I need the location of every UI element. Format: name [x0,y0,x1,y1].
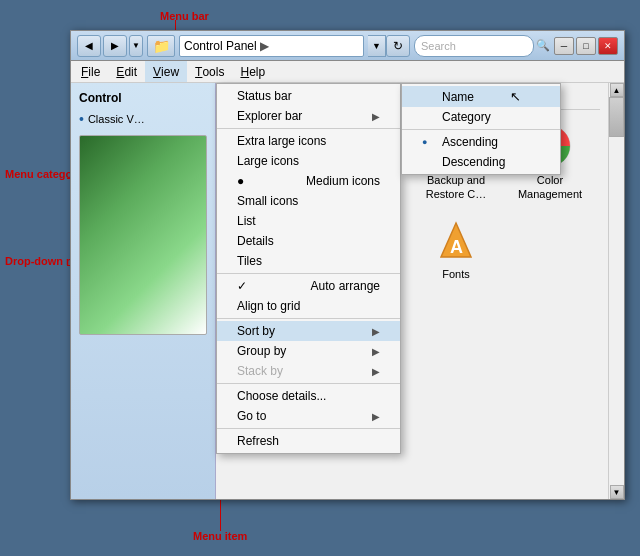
explorer-window: ◀ ▶ ▼ 📁 Control Panel ▶ ▼ ↻ Search 🔍 ─ □… [70,30,625,500]
sidebar-classic-view[interactable]: • Classic V… [79,109,207,129]
scroll-down-button[interactable]: ▼ [610,485,624,499]
minimize-button[interactable]: ─ [554,37,574,55]
menu-stack-by[interactable]: Stack by▶ [217,361,400,381]
menu-auto-arrange[interactable]: ✓ Auto arrange [217,276,400,296]
medium-icons-dot: ● [237,174,251,188]
sort-by-name[interactable]: Name ↖ [402,86,560,107]
sidebar-title: Control [79,91,207,105]
color-label: ColorManagement [518,173,582,202]
backup-label: Backup andRestore C… [426,173,487,202]
menu-refresh[interactable]: Refresh [217,431,400,451]
menu-medium-icons[interactable]: ● Medium icons [217,171,400,191]
menu-sort-by[interactable]: Sort by▶ [217,321,400,341]
separator-5 [217,428,400,429]
menu-group-by[interactable]: Group by▶ [217,341,400,361]
submenu-separator [402,129,560,130]
sort-by-category[interactable]: Category [402,107,560,127]
auto-arrange-check: ✓ [237,279,251,293]
bullet-icon: • [79,111,84,127]
sort-ascending[interactable]: ● Ascending [402,132,560,152]
annotation-menu-item: Menu item [193,530,247,542]
view-dropdown-menu: Status bar Explorer bar▶ Extra large ico… [216,83,401,454]
svg-text:A: A [450,237,463,257]
ascending-dot: ● [422,137,436,147]
nav-buttons: ◀ ▶ ▼ 📁 [77,35,175,57]
sidebar-classic-label: Classic V… [88,113,145,125]
menu-tools[interactable]: Tools [187,61,232,82]
cursor-icon: ↖ [510,89,521,104]
menu-go-to[interactable]: Go to▶ [217,406,400,426]
menu-explorer-bar[interactable]: Explorer bar▶ [217,106,400,126]
menu-extra-large-icons[interactable]: Extra large icons [217,131,400,151]
separator-4 [217,383,400,384]
menu-large-icons[interactable]: Large icons [217,151,400,171]
address-bar[interactable]: Control Panel ▶ [179,35,364,57]
sort-descending[interactable]: Descending [402,152,560,172]
menu-align-grid[interactable]: Align to grid [217,296,400,316]
separator-1 [217,128,400,129]
history-button[interactable]: ▼ [129,35,143,57]
menu-tiles[interactable]: Tiles [217,251,400,271]
menu-list[interactable]: List [217,211,400,231]
scroll-thumb[interactable] [609,97,624,137]
refresh-button[interactable]: ↻ [386,35,410,57]
fonts-icon: A [432,216,480,264]
scroll-track[interactable] [609,97,624,485]
search-icon[interactable]: 🔍 [536,39,550,52]
sidebar: Control • Classic V… [71,83,216,499]
menu-bar: File Edit View Tools Help [71,61,624,83]
menu-file[interactable]: File [73,61,108,82]
maximize-button[interactable]: □ [576,37,596,55]
folder-icon: 📁 [147,35,175,57]
menu-view[interactable]: View [145,61,187,82]
menu-small-icons[interactable]: Small icons [217,191,400,211]
menu-choose-details[interactable]: Choose details... [217,386,400,406]
sidebar-background [79,135,207,335]
separator-2 [217,273,400,274]
scroll-up-button[interactable]: ▲ [610,83,624,97]
menu-edit[interactable]: Edit [108,61,145,82]
scrollbar[interactable]: ▲ ▼ [608,83,624,499]
address-dropdown-button[interactable]: ▼ [368,35,386,57]
icon-fonts[interactable]: A Fonts [412,212,500,300]
fonts-label: Fonts [442,267,470,281]
sort-by-submenu: Name ↖ Category ● Ascending Descending [401,83,561,175]
annotation-menu-bar: Menu bar [160,10,209,22]
menu-help[interactable]: Help [232,61,273,82]
forward-button[interactable]: ▶ [103,35,127,57]
address-text: Control Panel [184,39,257,53]
search-box[interactable]: Search [414,35,534,57]
close-button[interactable]: ✕ [598,37,618,55]
window-controls: ─ □ ✕ [554,37,618,55]
menu-details[interactable]: Details [217,231,400,251]
back-button[interactable]: ◀ [77,35,101,57]
title-bar: ◀ ▶ ▼ 📁 Control Panel ▶ ▼ ↻ Search 🔍 ─ □… [71,31,624,61]
address-divider: ▶ [260,39,269,53]
menu-status-bar[interactable]: Status bar [217,86,400,106]
search-placeholder: Search [421,40,456,52]
separator-3 [217,318,400,319]
